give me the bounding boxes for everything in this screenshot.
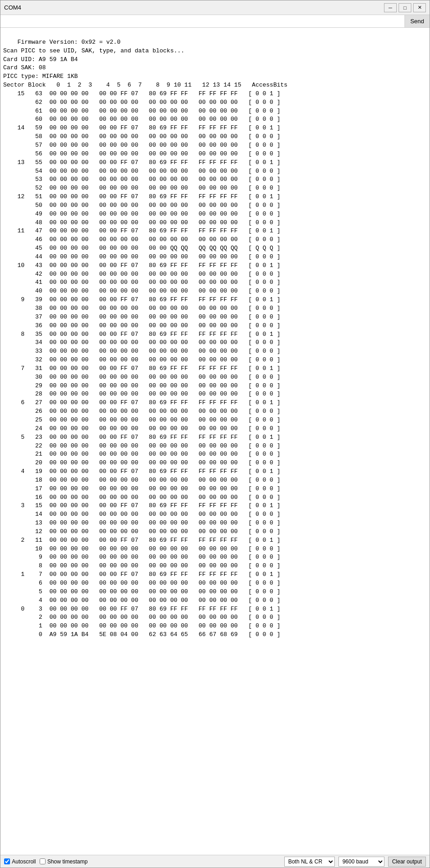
baud-rate-select[interactable]: 300 baud 1200 baud 2400 baud 4800 baud 9… xyxy=(338,857,384,867)
input-bar: Send xyxy=(0,15,430,28)
serial-input[interactable] xyxy=(0,15,404,27)
status-bar: Autoscroll Show timestamp Both NL & CR N… xyxy=(0,855,430,868)
output-area: Firmware Version: 0x92 = v2.0 Scan PICC … xyxy=(0,28,430,855)
main-window: COM4 ─ □ ✕ Send Firmware Version: 0x92 =… xyxy=(0,0,430,868)
autoscroll-label[interactable]: Autoscroll xyxy=(4,858,36,865)
timestamp-checkbox[interactable] xyxy=(40,858,46,864)
output-text: Firmware Version: 0x92 = v2.0 Scan PICC … xyxy=(3,39,287,638)
title-bar-controls: ─ □ ✕ xyxy=(384,3,426,12)
line-ending-select[interactable]: Both NL & CR No line ending Newline Carr… xyxy=(284,857,335,867)
timestamp-label[interactable]: Show timestamp xyxy=(40,858,88,865)
close-button[interactable]: ✕ xyxy=(413,3,426,12)
minimize-button[interactable]: ─ xyxy=(384,3,397,12)
title-bar: COM4 ─ □ ✕ xyxy=(0,0,430,15)
timestamp-text: Show timestamp xyxy=(47,858,88,865)
window-title: COM4 xyxy=(4,4,21,11)
autoscroll-checkbox[interactable] xyxy=(4,858,10,864)
autoscroll-text: Autoscroll xyxy=(12,858,36,865)
clear-output-button[interactable]: Clear output xyxy=(388,857,426,867)
title-bar-left: COM4 xyxy=(4,4,21,11)
maximize-button[interactable]: □ xyxy=(399,3,411,12)
send-button[interactable]: Send xyxy=(404,15,430,27)
